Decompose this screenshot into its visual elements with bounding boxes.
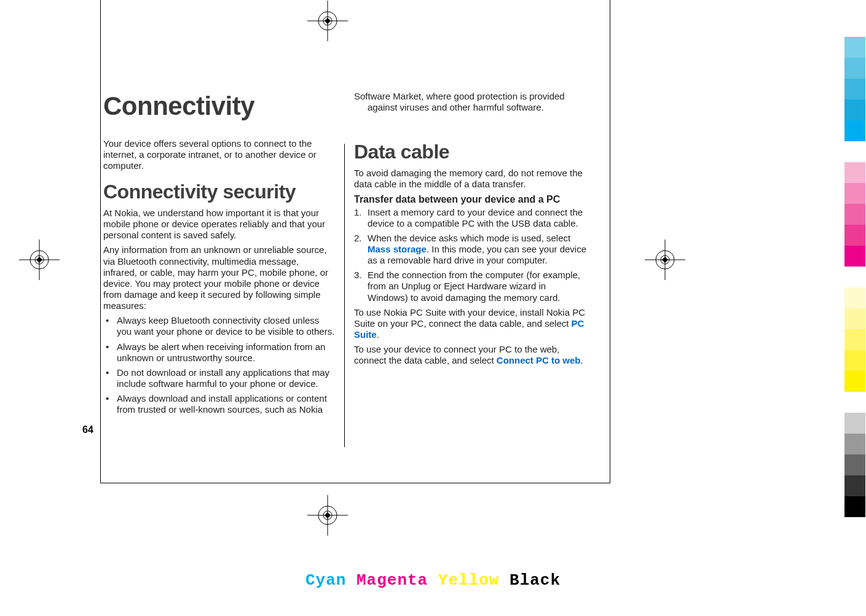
svg-marker-19	[662, 257, 668, 263]
text-columns: Connectivity Your device offers several …	[103, 91, 589, 472]
numbered-list: Insert a memory card to your device and …	[354, 207, 587, 303]
registration-mark-icon	[19, 240, 60, 280]
subsection-heading: Transfer data between your device and a …	[354, 193, 587, 205]
list-item: End the connection from the computer (fo…	[354, 270, 587, 303]
cmyk-label: Cyan Magenta Yellow Black	[0, 571, 866, 590]
swatch-icon	[844, 350, 865, 371]
swatch-icon	[844, 58, 865, 79]
cyan-label: Cyan	[305, 571, 346, 590]
list-item: Always keep Bluetooth connectivity close…	[103, 315, 335, 337]
swatch-gap	[844, 267, 865, 287]
list-item: Always be alert when receiving informati…	[103, 341, 335, 364]
black-label: Black	[510, 571, 561, 590]
paragraph-text: To use Nokia PC Suite with your device, …	[354, 307, 585, 329]
svg-marker-9	[325, 512, 331, 518]
chapter-title: Connectivity	[103, 91, 335, 122]
swatch-icon	[844, 246, 865, 267]
swatch-icon	[844, 120, 865, 141]
list-item: Do not download or install any applicati…	[103, 367, 335, 389]
body-paragraph: At Nokia, we understand how important it…	[103, 208, 335, 241]
registration-mark-icon	[307, 495, 348, 536]
swatch-icon	[844, 454, 865, 475]
swatch-icon	[844, 162, 865, 183]
body-paragraph: Any information from an unknown or unrel…	[103, 244, 335, 311]
body-paragraph: To use your device to connect your PC to…	[354, 344, 587, 366]
swatch-icon	[844, 287, 865, 308]
swatch-icon	[844, 204, 865, 225]
yellow-label: Yellow	[438, 571, 500, 590]
swatch-icon	[844, 496, 865, 517]
list-item: When the device asks which mode is used,…	[354, 233, 587, 266]
magenta-label: Magenta	[356, 571, 428, 590]
ui-option: Connect PC to web	[497, 355, 581, 365]
swatch-gap	[844, 392, 865, 413]
ui-option: Mass storage	[368, 244, 427, 254]
swatch-icon	[844, 183, 865, 204]
list-item: Always download and install applications…	[103, 393, 335, 415]
swatch-icon	[844, 99, 865, 120]
page-number: 64	[82, 424, 93, 435]
section-heading: Connectivity security	[103, 180, 335, 204]
bullet-list: Always keep Bluetooth connectivity close…	[103, 315, 335, 415]
section-heading: Data cable	[354, 140, 587, 164]
swatch-icon	[844, 308, 865, 329]
swatch-icon	[844, 413, 865, 434]
list-item: Insert a memory card to your device and …	[354, 207, 587, 229]
swatch-icon	[844, 329, 865, 350]
continuation-paragraph: Software Market, where good protection i…	[354, 91, 587, 113]
swatch-icon	[844, 225, 865, 246]
step-text: When the device asks which mode is used,…	[368, 233, 570, 243]
body-paragraph: To use Nokia PC Suite with your device, …	[354, 307, 587, 340]
swatch-gap	[844, 141, 865, 162]
column-separator	[344, 144, 345, 447]
swatch-icon	[844, 475, 865, 496]
swatch-icon	[844, 371, 865, 392]
intro-paragraph: Your device offers several options to co…	[103, 138, 335, 171]
page: Connectivity Your device offers several …	[0, 0, 866, 616]
left-column: Connectivity Your device offers several …	[103, 91, 344, 472]
svg-marker-14	[36, 257, 42, 263]
right-column: Software Market, where good protection i…	[347, 91, 587, 472]
color-calibration-strip	[844, 37, 866, 517]
swatch-icon	[844, 37, 865, 58]
registration-mark-icon	[645, 240, 685, 280]
body-paragraph: To avoid damaging the memory card, do no…	[354, 168, 587, 190]
paragraph-text: .	[581, 355, 583, 365]
swatch-icon	[844, 79, 865, 99]
paragraph-text: .	[377, 329, 379, 340]
swatch-icon	[844, 434, 865, 454]
